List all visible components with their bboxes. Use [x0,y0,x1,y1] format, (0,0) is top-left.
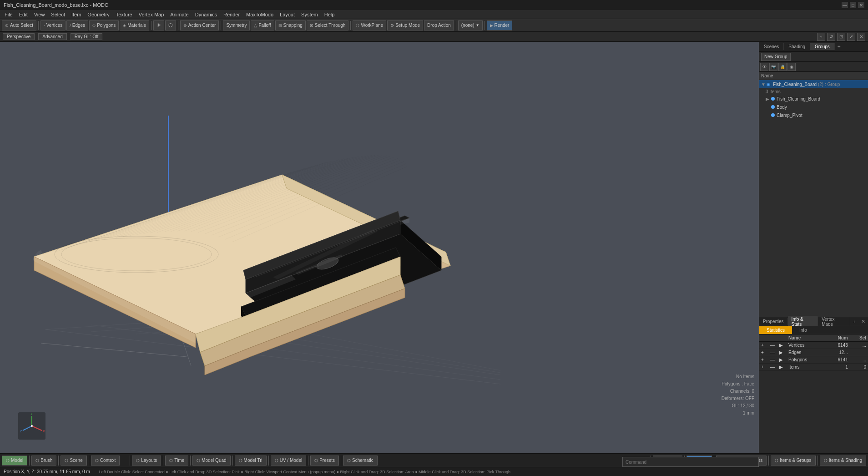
ray-gl-tag[interactable]: Ray GL: Off [71,33,103,40]
brush-mode-button[interactable]: ⬡ Brush [31,456,56,466]
window-controls[interactable]: — □ ✕ [842,2,864,8]
context-mode-button[interactable]: ⬡ Context [91,456,120,466]
solo-col-icon[interactable]: ◉ [787,63,796,71]
scenes-tab[interactable]: Scenes [759,43,784,50]
menu-maxtomodo[interactable]: MaxToModo [243,11,276,18]
tree-item-fish-cleaning-board[interactable]: ▶ Fish_Cleaning_Board [759,95,868,103]
menu-edit[interactable]: Edit [16,11,30,18]
menu-geometry[interactable]: Geometry [85,11,112,18]
tree-item-clamp-pivot[interactable]: Clamp_Pivot [759,111,868,119]
stats-dash-edges: — [768,349,777,356]
groups-tab[interactable]: Groups [810,43,835,50]
stats-add-polygons[interactable]: + [759,356,768,364]
viewport-3d[interactable]: X Y Z No Items Polygons : Face Channels:… [0,42,759,453]
vertex-maps-tab[interactable]: Vertex Maps [818,316,850,328]
display-button-2[interactable]: ⬡ [165,20,176,30]
model-tri-button[interactable]: ⬡ Model Tri [235,456,267,466]
polygons-button[interactable]: ◇ Polygons [89,20,119,30]
falloff-button[interactable]: △ Falloff [251,20,274,30]
scene-mode-button[interactable]: ⬡ Scene [61,456,86,466]
close-bottom-panel-button[interactable]: ✕ [858,318,868,325]
auto-select-button[interactable]: ⊙ Auto Select [2,20,36,30]
render-button[interactable]: ▶ Render [487,20,513,30]
close-button[interactable]: ✕ [858,2,864,8]
minimize-button[interactable]: — [842,2,848,8]
maximize-button[interactable]: □ [850,2,856,8]
viewport-close-button[interactable]: ✕ [857,33,865,41]
menu-item[interactable]: Item [69,11,84,18]
stats-expand-items[interactable]: ▶ [777,364,787,371]
info-sub-tab[interactable]: Info [792,326,814,334]
groups-tree[interactable]: ▼ ▣ Fish_Cleaning_Board (2) : Group 3 It… [759,80,868,317]
shading-tab[interactable]: Shading [784,43,810,50]
add-panel-tab-button[interactable]: + [835,43,843,51]
stats-row-polygons[interactable]: + — ▶ Polygons 6141 ... [759,356,868,364]
menu-vertexmap[interactable]: Vertex Map [136,11,167,18]
viewport-refresh-button[interactable]: ↺ [827,33,835,41]
stats-expand-edges[interactable]: ▶ [777,349,787,356]
time-button[interactable]: ⬡ Time [165,456,188,466]
menu-file[interactable]: File [2,11,15,18]
advanced-tag[interactable]: Advanced [38,33,66,40]
presets-button[interactable]: ⬡ Presets [310,456,339,466]
svg-marker-45 [246,234,441,329]
bb-sep-r6 [341,456,341,466]
schematic-button[interactable]: ⬡ Schematic [343,456,378,466]
menu-select[interactable]: Select [48,11,68,18]
menu-view[interactable]: View [31,11,48,18]
setup-mode-button[interactable]: ⚙ Setup Mode [387,20,423,30]
properties-tab[interactable]: Properties [759,318,788,325]
select-through-button[interactable]: ⊠ Select Through [307,20,349,30]
stats-row-vertices[interactable]: + — ▶ Vertices 6143 ... [759,342,868,349]
viewport-home-button[interactable]: ⌂ [817,33,825,41]
stats-expand-polygons[interactable]: ▶ [777,356,787,364]
info-stats-tab[interactable]: Info & Stats [788,316,818,328]
action-center-button[interactable]: ⊕ Action Center [180,20,219,30]
new-group-button[interactable]: New Group [761,53,791,61]
svg-line-11 [177,325,191,366]
menu-texture[interactable]: Texture [113,11,135,18]
items-groups-button[interactable]: ⬡ Items & Groups [771,456,815,466]
stats-add-vertices[interactable]: + [759,342,768,349]
menu-render[interactable]: Render [221,11,242,18]
menu-help[interactable]: Help [322,11,338,18]
visible-col-icon[interactable]: 👁 [760,63,768,71]
stats-row-items[interactable]: + — ▶ Items 1 0 [759,364,868,371]
edges-button[interactable]: / Edges [66,20,88,30]
tree-item-body[interactable]: Body [759,103,868,111]
viewport-maximize-button[interactable]: ⤢ [847,33,855,41]
display-button-1[interactable]: ☀ [153,20,164,30]
menu-bar: File Edit View Select Item Geometry Text… [0,10,868,19]
layouts-button[interactable]: ⬡ Layouts [132,456,161,466]
stats-row-edges[interactable]: + — ▶ Edges 12... [759,349,868,356]
stats-expand-vertices[interactable]: ▶ [777,342,787,349]
menu-animate[interactable]: Animate [167,11,191,18]
statistics-sub-tab[interactable]: Statistics [759,326,792,334]
vertices-button[interactable]: · Vertices [40,20,66,30]
model-quad-button[interactable]: ⬡ Model Quad [192,456,230,466]
tree-root-item[interactable]: ▼ ▣ Fish_Cleaning_Board (2) : Group [759,80,868,88]
viewport-zoom-fit-button[interactable]: ⊡ [837,33,845,41]
materials-button[interactable]: ◈ Materials [120,20,149,30]
drop-action-button[interactable]: Drop Action [424,20,454,30]
uv-model-button[interactable]: ⬡ UV / Model [271,456,306,466]
add-bottom-tab-button[interactable]: + [850,318,858,325]
none-dropdown[interactable]: (none) ▼ [458,20,483,30]
menu-dynamics[interactable]: Dynamics [192,11,220,18]
model-mode-button[interactable]: ⬡ Model [2,456,27,466]
command-input[interactable] [623,460,758,465]
items-shading-button[interactable]: ⬡ Items & Shading [820,456,866,466]
stats-add-items[interactable]: + [759,364,768,371]
workplane-button[interactable]: ⬡ WorkPlane [353,20,386,30]
stats-dash-items: — [768,364,777,371]
lock-col-icon[interactable]: 🔒 [778,63,787,71]
svg-marker-54 [273,229,378,279]
render-col-icon[interactable]: 📷 [769,63,777,71]
menu-layout[interactable]: Layout [277,11,298,18]
symmetry-button[interactable]: Symmetry [223,20,250,30]
svg-line-39 [218,162,404,237]
perspective-tag[interactable]: Perspective [3,33,35,40]
snapping-button[interactable]: ⊞ Snapping [275,20,306,30]
stats-add-edges[interactable]: + [759,349,768,356]
menu-system[interactable]: System [298,11,321,18]
